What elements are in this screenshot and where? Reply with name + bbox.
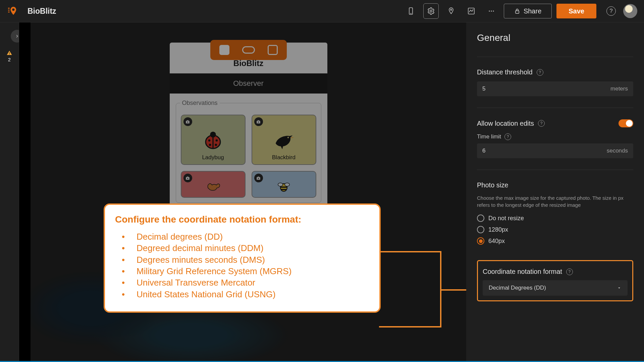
callout-item: Military Grid Reference System (MGRS) <box>137 265 369 277</box>
time-limit-label: Time limit <box>477 133 501 140</box>
allow-location-edits-label: Allow location edits <box>477 120 534 127</box>
svg-rect-11 <box>9 54 10 55</box>
coordinate-format-select[interactable]: Decimal Degrees (DD) <box>483 280 628 296</box>
app-header: BioBlitz Share Save ? <box>0 0 644 22</box>
help-hint-icon[interactable]: ? <box>566 268 573 275</box>
svg-point-8 <box>493 10 494 11</box>
distance-threshold-input[interactable]: 5 meters <box>477 81 633 96</box>
coordinate-format-section: Coordinate notation format ? Decimal Deg… <box>477 260 633 301</box>
chart-icon[interactable] <box>464 3 479 19</box>
photo-size-option-640[interactable]: 640px <box>477 237 633 245</box>
time-limit-input[interactable]: 6 seconds <box>477 143 633 158</box>
help-hint-icon[interactable]: ? <box>504 133 511 140</box>
callout-connector-box <box>379 251 441 327</box>
callout-connector-line <box>440 289 466 291</box>
svg-point-4 <box>450 9 452 10</box>
more-icon[interactable] <box>484 3 499 19</box>
callout-item: Degrees minutes seconds (DMS) <box>137 254 369 265</box>
callout-title: Configure the coordinate notation format… <box>115 214 369 225</box>
chevron-down-icon <box>617 286 622 290</box>
share-button[interactable]: Share <box>504 4 552 18</box>
user-avatar[interactable] <box>623 4 637 18</box>
photo-size-hint: Choose the max image size for the captur… <box>477 194 633 208</box>
app-logo-icon <box>7 5 18 17</box>
svg-point-6 <box>489 10 490 11</box>
warning-icon <box>6 50 12 56</box>
photo-size-option-1280[interactable]: 1280px <box>477 226 633 233</box>
settings-panel: General Distance threshold ? 5 meters Al… <box>466 22 644 362</box>
lock-icon <box>514 8 520 14</box>
phone-preview-icon[interactable] <box>403 3 419 19</box>
photo-size-option-none[interactable]: Do not resize <box>477 215 633 222</box>
callout-item: Decimal degrees (DD) <box>137 231 369 242</box>
svg-point-0 <box>12 8 14 11</box>
distance-threshold-label: Distance threshold <box>477 68 533 76</box>
save-button[interactable]: Save <box>556 4 596 18</box>
svg-point-3 <box>430 10 432 12</box>
canvas-area: BioBlitz Observer Observations Ladybug <box>19 22 466 362</box>
photo-size-label: Photo size <box>477 181 508 189</box>
left-sidebar: 2 <box>0 22 19 362</box>
allow-location-edits-toggle[interactable] <box>619 119 633 127</box>
svg-point-7 <box>491 10 492 11</box>
help-icon[interactable]: ? <box>606 6 616 16</box>
chevron-right-icon <box>15 34 19 39</box>
help-hint-icon[interactable]: ? <box>537 69 543 76</box>
svg-rect-10 <box>9 52 10 54</box>
callout-item: Degreed decimal minutes (DDM) <box>137 242 369 254</box>
settings-icon[interactable] <box>423 3 439 19</box>
warnings-badge[interactable]: 2 <box>6 50 12 62</box>
help-hint-icon[interactable]: ? <box>538 120 545 127</box>
coordinate-format-label: Coordinate notation format <box>483 268 562 276</box>
app-title: BioBlitz <box>28 7 56 16</box>
instruction-callout: Configure the coordinate notation format… <box>104 203 381 313</box>
navigation-icon[interactable] <box>443 3 459 19</box>
callout-item: United States National Grid (USNG) <box>137 289 369 300</box>
svg-rect-9 <box>516 11 519 13</box>
callout-item: Universal Transverse Mercator <box>137 277 369 288</box>
panel-title: General <box>477 33 633 43</box>
